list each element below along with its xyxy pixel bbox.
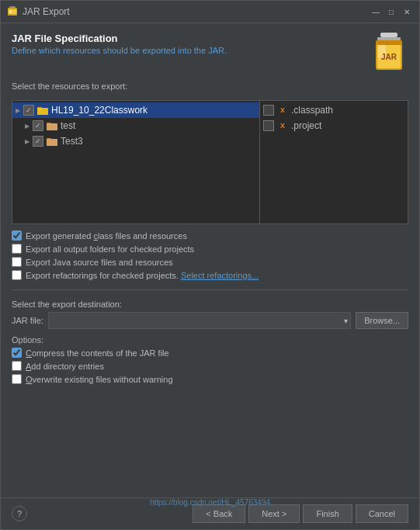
svg-rect-3 xyxy=(9,10,12,13)
close-button[interactable]: ✕ xyxy=(401,5,413,18)
resources-label: Select the resources to export: xyxy=(12,81,408,91)
back-button[interactable]: < Back xyxy=(193,504,245,523)
section-title: JAR File Specification xyxy=(12,33,370,44)
file-icon: X xyxy=(276,120,289,132)
svg-text:JAR: JAR xyxy=(381,53,397,61)
folder-icon xyxy=(46,120,58,132)
folder-icon xyxy=(36,104,49,116)
main-content: JAR File Specification Define which reso… xyxy=(1,23,419,497)
tree-arrow: ▶ xyxy=(16,107,23,114)
tree-right[interactable]: X .classpath X .project xyxy=(260,101,408,223)
title-bar: JAR Export — □ ✕ xyxy=(1,1,419,23)
tree-area: ▶ ✓ HL19_10_22Classwork xyxy=(12,100,408,224)
help-button[interactable]: ? xyxy=(12,506,27,521)
jar-file-input[interactable] xyxy=(48,312,351,329)
tree-item-label: test xyxy=(61,120,75,131)
next-button[interactable]: Next > xyxy=(248,504,300,523)
tree-arrow: ▶ xyxy=(25,138,33,145)
svg-rect-9 xyxy=(376,40,402,45)
compress-label: Compress the contents of the JAR file xyxy=(26,348,169,358)
bottom-left: ? xyxy=(12,506,27,521)
overwrite-checkbox[interactable] xyxy=(12,374,22,384)
file-icon: X xyxy=(276,104,289,116)
tree-item[interactable]: ▶ ✓ HL19_10_22Classwork xyxy=(12,102,259,118)
tree-item[interactable]: X .classpath xyxy=(260,102,408,118)
svg-rect-17 xyxy=(47,123,57,130)
maximize-button[interactable]: □ xyxy=(385,5,397,18)
section-subtitle: Define which resources should be exporte… xyxy=(12,46,370,55)
tree-checkbox[interactable]: ✓ xyxy=(33,136,43,147)
tree-arrow: ▶ xyxy=(25,123,33,130)
cancel-button[interactable]: Cancel xyxy=(356,504,408,523)
svg-rect-0 xyxy=(9,6,16,8)
overwrite-label: Overwrite existing files without warning xyxy=(26,375,173,384)
options-label: Options: xyxy=(12,335,408,345)
compress-option[interactable]: Compress the contents of the JAR file xyxy=(12,348,408,358)
overwrite-option[interactable]: Overwrite existing files without warning xyxy=(12,374,408,384)
export-refactoring-option[interactable]: Export refactorings for checked projects… xyxy=(12,270,408,280)
jar-title-icon xyxy=(7,6,18,17)
minimize-button[interactable]: — xyxy=(370,5,382,18)
tree-item[interactable]: ▶ ✓ test xyxy=(12,118,259,133)
select-refactorings-link[interactable]: Select refactorings... xyxy=(181,271,259,280)
tree-item-label: HL19_10_22Classwork xyxy=(51,105,148,116)
export-output-checkbox[interactable] xyxy=(12,244,22,254)
finish-button[interactable]: Finish xyxy=(303,504,352,523)
add-dir-option[interactable]: Add directory entries xyxy=(12,361,408,371)
svg-rect-4 xyxy=(380,33,397,37)
jar-bottle-illustration: JAR xyxy=(370,33,408,75)
header-text: JAR File Specification Define which reso… xyxy=(12,33,370,55)
export-output-label: Export all output folders for checked pr… xyxy=(26,244,194,254)
export-class-option[interactable]: Export generated class files and resourc… xyxy=(12,230,408,241)
tree-checkbox[interactable] xyxy=(263,105,274,116)
tree-item-label: .classpath xyxy=(291,105,333,116)
tree-checkbox[interactable]: ✓ xyxy=(23,105,34,116)
svg-rect-14 xyxy=(38,109,41,110)
options-section: Options: Compress the contents of the JA… xyxy=(12,335,408,384)
folder-icon xyxy=(46,135,58,147)
bottom-bar: ? < Back Next > Finish Cancel xyxy=(1,497,419,529)
tree-checkbox[interactable]: ✓ xyxy=(33,120,43,131)
window: JAR Export — □ ✕ JAR File Specification … xyxy=(0,0,420,530)
jar-file-combo-wrapper xyxy=(48,312,351,329)
tree-item[interactable]: X .project xyxy=(260,118,408,133)
compress-checkbox[interactable] xyxy=(12,348,22,358)
divider-1 xyxy=(12,289,408,290)
tree-left[interactable]: ▶ ✓ HL19_10_22Classwork xyxy=(12,101,260,223)
tree-item-label: Test3 xyxy=(61,136,83,147)
options-list: Compress the contents of the JAR file Ad… xyxy=(12,348,408,384)
svg-rect-20 xyxy=(47,139,57,146)
title-bar-left: JAR Export xyxy=(7,6,70,17)
destination-row: JAR file: Browse... xyxy=(12,312,408,329)
add-dir-checkbox[interactable] xyxy=(12,361,22,371)
browse-button[interactable]: Browse... xyxy=(356,312,408,329)
export-java-label: Export Java source files and resources xyxy=(26,258,173,267)
export-refactoring-checkbox[interactable] xyxy=(12,270,22,280)
jar-file-label: JAR file: xyxy=(12,316,43,325)
tree-item[interactable]: ▶ ✓ Test3 xyxy=(12,133,259,149)
title-text: JAR Export xyxy=(23,6,70,17)
export-refactoring-label: Export refactorings for checked projects… xyxy=(26,271,259,280)
export-class-checkbox[interactable] xyxy=(12,230,22,241)
export-java-checkbox[interactable] xyxy=(12,257,22,267)
svg-rect-5 xyxy=(377,37,401,40)
tree-item-label: .project xyxy=(291,120,321,131)
title-bar-controls: — □ ✕ xyxy=(370,5,413,18)
export-java-option[interactable]: Export Java source files and resources xyxy=(12,257,408,267)
export-class-label: Export generated class files and resourc… xyxy=(26,231,187,241)
tree-checkbox[interactable] xyxy=(263,120,274,131)
nav-buttons: < Back Next > Finish Cancel xyxy=(193,504,408,523)
export-output-option[interactable]: Export all output folders for checked pr… xyxy=(12,244,408,254)
export-options: Export generated class files and resourc… xyxy=(12,230,408,280)
destination-section: Select the export destination: JAR file:… xyxy=(12,300,408,329)
header-area: JAR File Specification Define which reso… xyxy=(12,33,408,75)
destination-label: Select the export destination: xyxy=(12,300,408,309)
add-dir-label: Add directory entries xyxy=(26,362,104,371)
